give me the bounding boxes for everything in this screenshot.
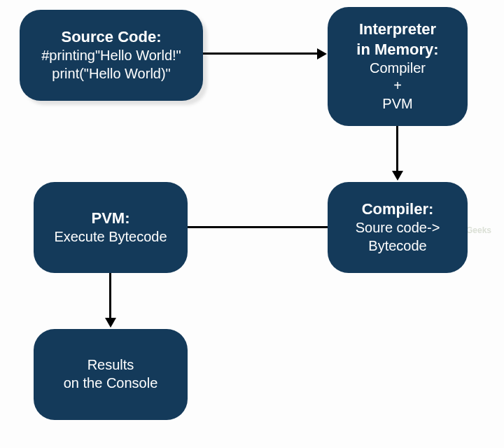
arrowhead-pvm-to-results	[105, 318, 116, 328]
compiler-line1: Soure code->	[356, 219, 440, 237]
source-code-node: Source Code: #printing"Hello World!" pri…	[20, 10, 203, 101]
arrow-source-to-interpreter	[203, 52, 318, 55]
results-line1: Results	[88, 356, 134, 374]
arrow-interpreter-to-compiler	[396, 126, 398, 172]
pvm-node: PVM: Execute Bytecode	[34, 182, 188, 273]
source-code-title: Source Code:	[61, 27, 161, 47]
interpreter-line2: +	[393, 77, 402, 95]
results-line2: on the Console	[64, 374, 158, 393]
interpreter-title-2: in Memory:	[356, 40, 438, 59]
pvm-line1: Execute Bytecode	[54, 228, 167, 246]
arrowhead-source-to-interpreter	[317, 48, 327, 59]
arrowhead-interpreter-to-compiler	[392, 171, 403, 181]
compiler-title: Compiler:	[362, 200, 434, 219]
results-node: Results on the Console	[34, 329, 188, 420]
source-code-line1: #printing"Hello World!"	[41, 47, 181, 65]
source-code-line2: print("Hello World)"	[52, 65, 170, 83]
interpreter-title-1: Interpreter	[359, 20, 436, 39]
interpreter-node: Interpreter in Memory: Compiler + PVM	[328, 7, 468, 126]
interpreter-line3: PVM	[382, 95, 412, 113]
pvm-title: PVM:	[92, 209, 130, 228]
line-compiler-to-pvm	[188, 226, 328, 228]
compiler-line2: Bytecode	[368, 237, 426, 255]
compiler-node: Compiler: Soure code-> Bytecode	[328, 182, 468, 273]
arrow-pvm-to-results	[109, 273, 111, 319]
interpreter-line1: Compiler	[370, 59, 426, 78]
